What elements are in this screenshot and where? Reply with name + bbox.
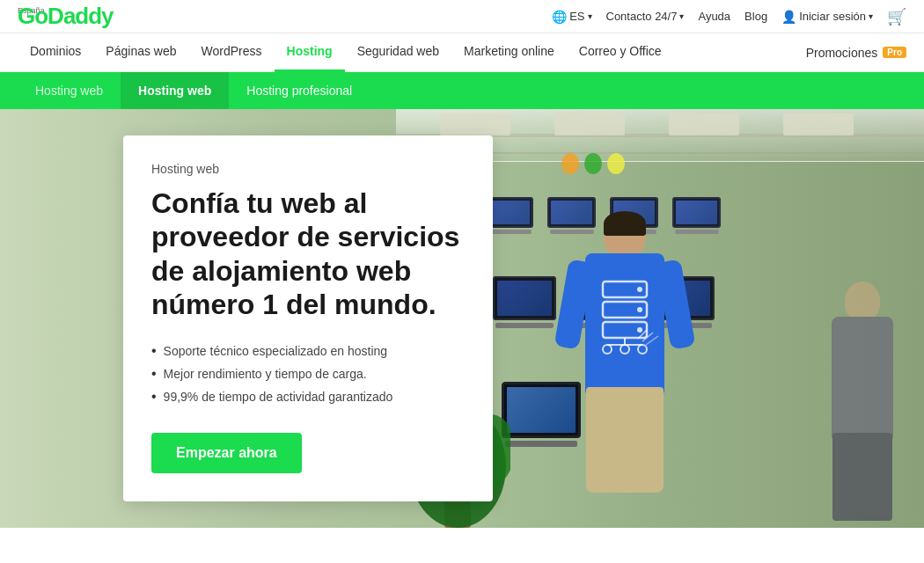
subnav-hosting-web-label: Hosting web [138, 84, 211, 98]
feature-1: • Soporte técnico especializado en hosti… [151, 340, 465, 362]
feature-2: • Mejor rendimiento y tiempo de carga. [151, 362, 465, 385]
svg-point-11 [637, 327, 642, 333]
logo-area: España GoDaddy [18, 6, 114, 27]
nav-wordpress[interactable]: WordPress [189, 33, 275, 72]
bullet-3: • [151, 389, 157, 405]
feature-2-text: Mejor rendimiento y tiempo de carga. [164, 367, 367, 381]
globe-icon: 🌐 [552, 10, 567, 24]
main-nav: Dominios Páginas web WordPress Hosting S… [0, 33, 924, 72]
subnav-category-label: Hosting web [35, 84, 103, 98]
promo-button[interactable]: Promociones Pro [806, 46, 906, 60]
subnav-hosting-profesional[interactable]: Hosting profesional [229, 72, 370, 109]
svg-point-14 [603, 345, 612, 354]
lang-label: ES [569, 10, 584, 23]
contact-label: Contacto 24/7 [606, 10, 678, 23]
person-figure [554, 211, 695, 528]
nav-correo-office[interactable]: Correo y Office [567, 33, 674, 72]
hero-card: Hosting web Confía tu web al proveedor d… [123, 135, 493, 501]
svg-point-16 [638, 345, 647, 354]
svg-point-15 [620, 345, 629, 354]
brand-logo[interactable]: GoDaddy [18, 3, 114, 29]
chevron-down-icon: ▾ [588, 11, 592, 21]
cart-icon[interactable]: 🛒 [887, 7, 906, 26]
hero-section: Hosting web Confía tu web al proveedor d… [0, 109, 924, 528]
card-features: • Soporte técnico especializado en hosti… [151, 340, 465, 408]
nav-paginas-web[interactable]: Páginas web [93, 33, 188, 72]
svg-rect-3 [554, 113, 625, 135]
shirt-graphic [590, 273, 660, 361]
bullet-1: • [151, 343, 157, 359]
svg-rect-4 [669, 113, 739, 135]
feature-1-text: Soporte técnico especializado en hosting [164, 344, 388, 358]
subnav-category: Hosting web [18, 72, 121, 109]
user-icon: 👤 [781, 10, 796, 24]
blog-link[interactable]: Blog [744, 10, 767, 23]
contact-link[interactable]: Contacto 24/7 ▾ [606, 10, 685, 23]
top-bar: España GoDaddy 🌐 ES ▾ Contacto 24/7 ▾ Ay… [0, 0, 924, 33]
nav-hosting[interactable]: Hosting [275, 33, 345, 72]
language-selector[interactable]: 🌐 ES ▾ [552, 10, 591, 24]
right-person [827, 282, 898, 528]
subnav-hosting-profesional-label: Hosting profesional [246, 84, 352, 98]
subnav-hosting-web[interactable]: Hosting web [121, 72, 229, 109]
sub-nav: Hosting web Hosting web Hosting profesio… [0, 72, 924, 109]
cta-button[interactable]: Empezar ahora [151, 433, 302, 473]
feature-3: • 99,9% de tiempo de actividad garantiza… [151, 385, 465, 408]
svg-point-9 [637, 307, 642, 312]
card-title: Confía tu web al proveedor de servicios … [151, 186, 465, 322]
chevron-signin-icon: ▾ [869, 11, 873, 21]
promo-label: Promociones [806, 46, 878, 60]
svg-point-7 [637, 287, 642, 292]
balloons [561, 153, 625, 174]
nav-seguridad-web[interactable]: Seguridad web [345, 33, 451, 72]
nav-links: Dominios Páginas web WordPress Hosting S… [18, 33, 674, 72]
help-link[interactable]: Ayuda [698, 10, 730, 23]
pro-badge: Pro [883, 47, 906, 58]
svg-rect-5 [783, 113, 854, 135]
nav-dominios[interactable]: Dominios [18, 33, 93, 72]
feature-3-text: 99,9% de tiempo de actividad garantizado [164, 390, 393, 404]
nav-marketing-online[interactable]: Marketing online [451, 33, 567, 72]
blog-label: Blog [744, 10, 767, 23]
bullet-2: • [151, 366, 157, 382]
help-label: Ayuda [698, 10, 730, 23]
svg-rect-2 [440, 113, 510, 135]
chevron-contact-icon: ▾ [679, 11, 684, 21]
top-right-nav: 🌐 ES ▾ Contacto 24/7 ▾ Ayuda Blog 👤 Inic… [552, 7, 906, 26]
signin-label: Iniciar sesión [799, 10, 866, 23]
card-subtitle: Hosting web [151, 162, 465, 176]
signin-link[interactable]: 👤 Iniciar sesión ▾ [781, 10, 873, 24]
